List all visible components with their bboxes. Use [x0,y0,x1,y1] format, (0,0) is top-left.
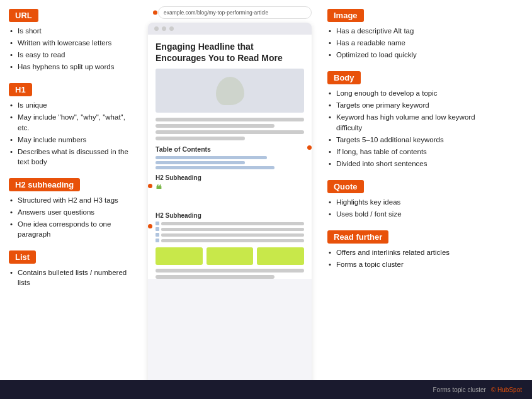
list-item: Keyword has high volume and low keyword … [327,112,476,132]
browser-dot-2 [162,26,166,31]
list-item: May include "how", "why", "what", etc. [9,112,132,132]
article-headline: Engaging Headline that Encourages You to… [156,41,304,64]
h2-label-1: H2 Subheading [156,174,304,181]
quote-mark-icon: ❝ [156,184,162,195]
url-bar-area: example.com/blog/my-top-performing-artic… [148,6,312,19]
h2-subheading-2: H2 Subheading [156,212,304,242]
copyright-text: © HubSpot [491,386,522,393]
browser-top-bar [148,23,312,35]
h2-label-2: H2 Subheading [156,212,304,219]
list-line [161,239,304,242]
h2-tag: H2 subheading [9,178,80,191]
list-list: Contains bulleted lists / numbered lists [9,267,132,288]
h2-subheading-1: H2 Subheading ❝ [156,174,304,207]
connector-dot-list [148,224,152,228]
connector-dot-url [153,11,157,15]
list-item: Uses bold / font size [327,209,476,219]
toc-line [156,161,245,164]
h1-tag: H1 [9,83,32,96]
list-line [161,233,304,237]
list-item: Has hyphens to split up words [9,62,132,72]
list-article-item [156,233,304,237]
text-line [156,130,304,134]
green-box-1 [156,247,203,265]
list-line [161,228,304,231]
url-text: example.com/blog/my-top-performing-artic… [164,9,268,16]
list-dot [156,233,159,237]
h2-section: H2 subheading Structured with H2 and H3 … [9,178,132,239]
list-item: Contains bulleted lists / numbered lists [9,267,132,288]
center-column: example.com/blog/my-top-performing-artic… [139,0,321,399]
browser-content: Engaging Headline that Encourages You to… [148,35,312,279]
green-box-3 [257,247,304,265]
list-item: May include numbers [9,135,132,145]
list-item: Targets 5–10 additional keywords [327,135,476,145]
body-section: Body Long enough to develop a topic Targ… [327,71,476,169]
list-item: Structured with H2 and H3 tags [9,195,132,205]
connector-dot-body [307,145,312,150]
quote-section: Quote Highlights key ideas Uses bold / f… [327,180,476,219]
body-tag: Body [327,71,361,84]
toc-line [156,166,274,169]
quote-tag: Quote [327,180,364,193]
list-item: Forms a topic cluster [327,259,476,269]
image-tag: Image [327,9,364,22]
quote-area: ❝ [156,184,304,207]
list-item: Has a descriptive Alt tag [327,26,476,36]
read-further-list: Offers and interlinks related articles F… [327,247,476,269]
url-tag: URL [9,9,38,22]
green-boxes-area [156,247,304,265]
article-image-shape [216,77,244,105]
forms-topic-text: Forms topic cluster [433,386,485,393]
body-text-lines [156,118,304,140]
browser-mockup: Engaging Headline that Encourages You to… [148,23,312,393]
text-line [156,137,245,140]
read-further-section: Read further Offers and interlinks relat… [327,230,476,269]
list-article-item [156,222,304,225]
list-area [156,222,304,242]
list-item: If long, has table of contents [327,147,476,157]
list-dot [156,222,159,225]
right-column: Image Has a descriptive Alt tag Has a re… [321,0,485,399]
image-list: Has a descriptive Alt tag Has a readable… [327,26,476,60]
url-section: URL Is short Written with lowercase lett… [9,9,132,72]
list-item: Long enough to develop a topic [327,88,476,98]
h2-list: Structured with H2 and H3 tags Answers u… [9,195,132,239]
green-box-2 [207,247,254,265]
list-article-item [156,239,304,242]
list-item: Offers and interlinks related articles [327,247,476,257]
h1-section: H1 Is unique May include "how", "why", "… [9,83,132,167]
text-line [156,275,274,279]
list-item: Divided into short sentences [327,159,476,169]
list-item: Highlights key ideas [327,197,476,207]
quote-list: Highlights key ideas Uses bold / font si… [327,197,476,219]
toc-lines [156,156,304,169]
toc-title: Table of Contents [156,145,304,153]
list-item: One idea corresponds to one paragraph [9,219,132,239]
url-bar: example.com/blog/my-top-performing-artic… [158,6,312,19]
list-item: Answers user questions [9,207,132,217]
connector-dot-h2 [148,184,152,188]
body-list: Long enough to develop a topic Targets o… [327,88,476,169]
list-dot [156,227,159,231]
list-item: Has a readable name [327,38,476,48]
browser-dot-3 [169,26,174,31]
text-line [156,269,304,273]
bottom-bar: Forms topic cluster © HubSpot [0,380,532,399]
list-item: Describes what is discussed in the text … [9,147,132,167]
left-column: URL Is short Written with lowercase lett… [0,0,139,399]
list-item: Is unique [9,100,132,110]
image-section: Image Has a descriptive Alt tag Has a re… [327,9,476,60]
url-list: Is short Written with lowercase letters … [9,26,132,72]
list-item: Targets one primary keyword [327,100,476,110]
h1-list: Is unique May include "how", "why", "wha… [9,100,132,167]
list-item: Optimized to load quickly [327,50,476,60]
bottom-text-lines [156,269,304,279]
list-item: Is short [9,26,132,36]
list-dot [156,239,159,242]
text-line [156,124,274,128]
list-item: Is easy to read [9,50,132,60]
main-container: URL Is short Written with lowercase lett… [0,0,532,399]
list-item: Written with lowercase letters [9,38,132,48]
list-section-label: List Contains bulleted lists / numbered … [9,250,132,288]
